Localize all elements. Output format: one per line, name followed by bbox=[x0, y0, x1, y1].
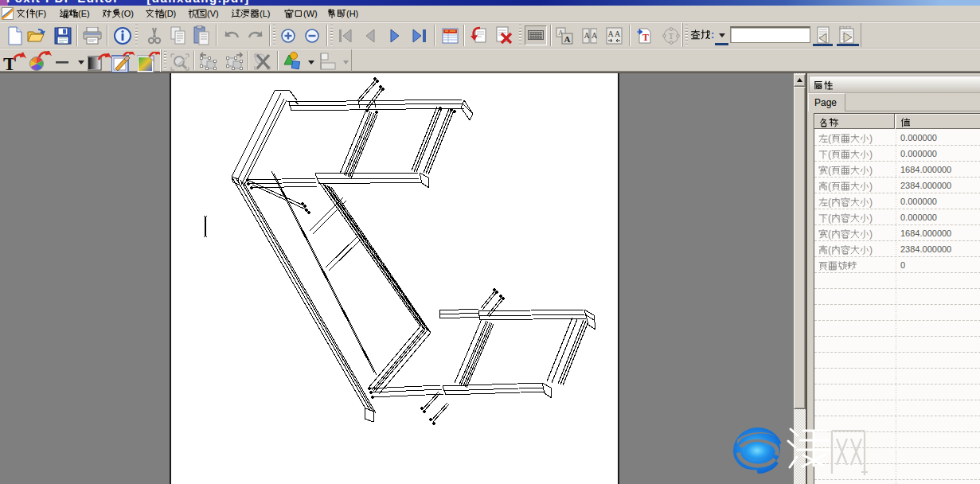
svg-text:A: A bbox=[592, 31, 597, 40]
svg-text:T: T bbox=[669, 31, 674, 41]
svg-text:T: T bbox=[642, 32, 649, 43]
svg-text:A: A bbox=[564, 34, 571, 44]
svg-text:A: A bbox=[608, 29, 615, 38]
svg-text:T: T bbox=[3, 53, 16, 72]
svg-text:A: A bbox=[584, 31, 591, 40]
svg-text:A: A bbox=[615, 29, 621, 38]
